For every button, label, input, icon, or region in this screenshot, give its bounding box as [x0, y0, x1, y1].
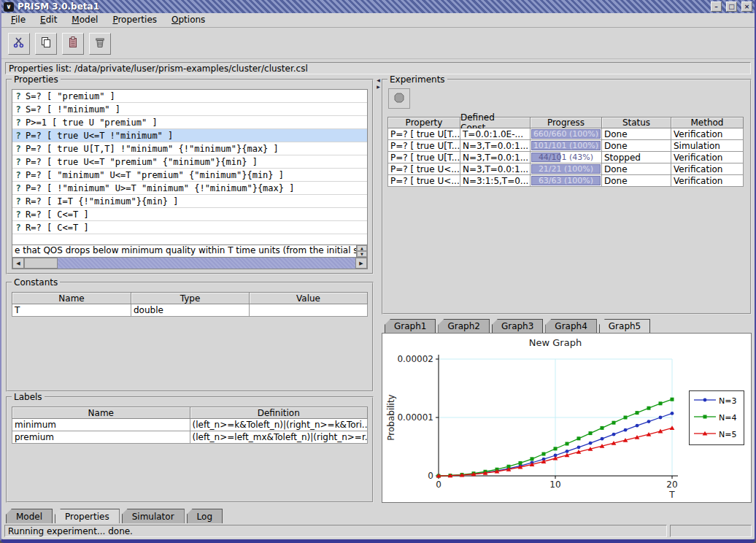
property-row[interactable]: ?P=? [ true U<=T "premium" {"minimum"}{m…	[12, 155, 367, 169]
main-tabs: ModelPropertiesSimulatorLog	[6, 509, 223, 523]
progress-text: 63/63 (100%)	[539, 176, 593, 185]
property-row[interactable]: ?S=? [ !"minimum" ]	[12, 103, 367, 116]
tab-properties[interactable]: Properties	[55, 509, 120, 523]
column-header[interactable]: Progress	[530, 117, 602, 128]
experiment-row[interactable]: P=? [ true U<...N=3,T=0.0:1...21/21 (100…	[387, 163, 746, 175]
window-menu-icon[interactable]: ∨	[4, 2, 14, 12]
property-row[interactable]: ?S=? [ "premium" ]	[12, 90, 367, 103]
question-icon: ?	[15, 104, 22, 115]
legend-label: N=3	[719, 396, 736, 406]
splitter-left-icon[interactable]: ◀	[377, 77, 380, 82]
constant-row[interactable]: Tdouble	[12, 304, 368, 317]
copy-icon	[39, 36, 53, 51]
progress-cell: 101/101 (100%)	[530, 140, 602, 152]
question-icon: ?	[15, 183, 22, 193]
stop-experiment-button[interactable]	[388, 88, 410, 109]
column-header[interactable]: Defined Const...	[460, 117, 531, 128]
experiment-row[interactable]: P=? [ true U[T...T=0.0:1.0E-...660/660 (…	[387, 128, 746, 140]
titlebar[interactable]: ∨ PRISM 3.0.beta1 – □ ×	[1, 0, 755, 13]
svg-text:T: T	[668, 490, 675, 500]
method-cell: Simulation	[671, 140, 744, 152]
column-header[interactable]: Value	[249, 292, 368, 304]
tab-graph5[interactable]: Graph5	[599, 319, 650, 333]
copy-button[interactable]	[35, 33, 57, 55]
label-row[interactable]: minimum(left_n>=k&Toleft_n)|(right_n>=k&…	[12, 419, 368, 431]
property-row[interactable]: ?P=? [ true U<=T !"minimum" ]	[12, 129, 367, 142]
experiment-row[interactable]: P=? [ true U<...N=3:1:5,T=0...63/63 (100…	[387, 175, 746, 187]
scroll-left-icon[interactable]: ◀	[12, 258, 24, 269]
spinner-up-icon[interactable]: ▲	[357, 245, 367, 251]
menu-options[interactable]: Options	[171, 15, 205, 26]
svg-text:20: 20	[666, 480, 677, 490]
tab-graph2[interactable]: Graph2	[438, 319, 489, 333]
tab-graph3[interactable]: Graph3	[492, 319, 543, 333]
splitter-arrows[interactable]: ◀ ▶	[376, 77, 381, 90]
column-header[interactable]: Status	[601, 117, 671, 128]
scroll-right-icon[interactable]: ▶	[355, 258, 367, 269]
tab-model[interactable]: Model	[6, 509, 53, 523]
cut-button[interactable]	[8, 33, 30, 55]
paste-button[interactable]	[62, 33, 84, 55]
tab-graph1[interactable]: Graph1	[385, 319, 436, 333]
menu-file[interactable]: File	[11, 15, 26, 26]
column-header[interactable]: Definition	[190, 407, 369, 419]
property-row[interactable]: ?R=? [ C<=T ]	[12, 221, 367, 234]
experiment-row[interactable]: P=? [ true U[T...N=3,T=0.0:1...44/101 (4…	[387, 152, 746, 163]
question-icon: ?	[15, 144, 22, 154]
menu-edit[interactable]: Edit	[40, 15, 57, 26]
triangle-marker-icon	[694, 430, 716, 439]
column-header[interactable]: Name	[12, 292, 131, 304]
menu-properties[interactable]: Properties	[112, 15, 157, 26]
properties-list: ?S=? [ "premium" ]?S=? [ !"minimum" ]?P>…	[12, 89, 368, 269]
progress-cell: 63/63 (100%)	[530, 175, 602, 187]
experiment-row[interactable]: P=? [ true U[T...N=3,T=0.0:1...101/101 (…	[387, 140, 746, 152]
property-text: P=? [ true U<=T "premium" {"minimum"}{mi…	[26, 157, 258, 167]
status-bar: Running experiment... done.	[4, 525, 752, 537]
property-row[interactable]: ?P=? [ true U[T,T] !"minimum" {!"minimum…	[12, 142, 367, 155]
property-row[interactable]: ?P=? [ !"minimum" U>=T "minimum" {!"mini…	[12, 182, 367, 195]
maximize-button[interactable]: □	[726, 1, 737, 12]
minimize-button[interactable]: –	[711, 1, 722, 12]
tab-log[interactable]: Log	[187, 509, 223, 523]
cell: T	[12, 304, 131, 317]
property-row[interactable]: ?P>=1 [ true U "premium" ]	[12, 116, 367, 129]
scrollbar-thumb[interactable]	[24, 258, 58, 269]
splitter-right-icon[interactable]: ▶	[377, 84, 380, 89]
experiments-group-label: Experiments	[387, 74, 447, 85]
close-button[interactable]: ×	[741, 1, 752, 12]
question-icon: ?	[15, 170, 22, 180]
table-header-row: NameDefinition	[12, 407, 368, 419]
spinner-down-icon[interactable]: ▼	[357, 251, 367, 257]
question-icon: ?	[15, 209, 22, 220]
progress-text: 101/101 (100%)	[533, 141, 598, 150]
experiments-table: PropertyDefined Const...ProgressStatusMe…	[387, 117, 746, 187]
property-row[interactable]: ?R=? [ I=T {!"minimum"}{min} ]	[12, 195, 367, 208]
property-cell: P=? [ true U<...	[387, 163, 460, 175]
property-row[interactable]: ?R=? [ C<=T ]	[12, 208, 367, 221]
column-header[interactable]: Method	[671, 117, 744, 128]
column-header[interactable]: Type	[131, 292, 250, 304]
tab-graph4[interactable]: Graph4	[545, 319, 596, 333]
delete-button[interactable]	[89, 33, 111, 55]
properties-group: Properties ?S=? [ "premium" ]?S=? [ !"mi…	[6, 79, 374, 274]
property-text: P=? [ !"minimum" U>=T "minimum" {!"minim…	[26, 183, 294, 193]
cell: (left_n>=k&Toleft_n)|(right_n>=k&Tori...	[190, 419, 369, 431]
label-row[interactable]: premium(left_n>=left_mx&Toleft_n)|(right…	[12, 431, 368, 444]
property-list-body: ?S=? [ "premium" ]?S=? [ !"minimum" ]?P>…	[12, 90, 367, 244]
prism-window: ∨ PRISM 3.0.beta1 – □ × FileEditModelPro…	[0, 0, 756, 543]
svg-text:New Graph: New Graph	[529, 337, 582, 348]
experiments-group: Experiments PropertyDefined Const...Prog…	[382, 79, 752, 315]
property-text: P=? [ true U<=T !"minimum" ]	[26, 131, 173, 141]
property-comment-field[interactable]: e that QOS drops below minimum quality w…	[12, 245, 356, 257]
column-header[interactable]: Name	[12, 407, 190, 419]
menu-model[interactable]: Model	[72, 15, 98, 26]
property-text: R=? [ C<=T ]	[26, 223, 89, 233]
labels-table: NameDefinitionminimum(left_n>=k&Toleft_n…	[12, 407, 368, 444]
scrollbar-track[interactable]	[58, 258, 355, 269]
legend-item: N=4	[694, 413, 739, 423]
column-header[interactable]: Property	[387, 117, 460, 128]
property-row[interactable]: ?P=? [ "minimum" U<=T "premium" {"minimu…	[12, 169, 367, 182]
cell	[249, 304, 368, 317]
tab-simulator[interactable]: Simulator	[122, 509, 185, 523]
question-icon: ?	[15, 131, 22, 141]
